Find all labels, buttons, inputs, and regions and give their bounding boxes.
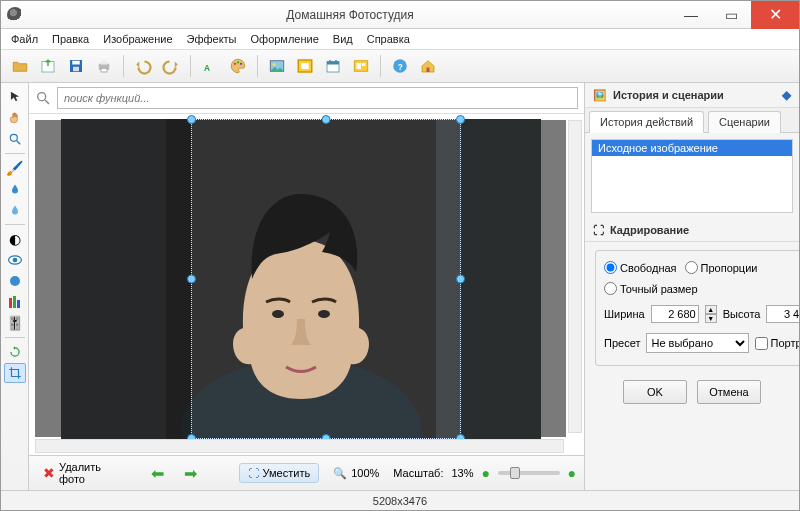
home-icon[interactable] xyxy=(415,53,441,79)
palette-icon[interactable] xyxy=(225,53,251,79)
radio-exact[interactable]: Точный размер xyxy=(604,282,698,295)
scale-label: Масштаб: xyxy=(393,467,443,479)
close-button[interactable]: ✕ xyxy=(751,1,799,29)
frame-icon[interactable] xyxy=(292,53,318,79)
brush-icon[interactable]: 🖌️ xyxy=(4,158,26,178)
menu-edit[interactable]: Правка xyxy=(46,31,95,47)
scrollbar-horizontal[interactable] xyxy=(35,439,564,453)
print-icon[interactable] xyxy=(91,53,117,79)
zoom-slider[interactable] xyxy=(498,471,560,475)
radio-prop[interactable]: Пропорции xyxy=(685,261,758,274)
width-input[interactable]: 2 680 xyxy=(651,305,699,323)
svg-point-28 xyxy=(12,258,17,263)
status-bar: 5208x3476 xyxy=(1,490,799,510)
next-button[interactable]: ➡ xyxy=(178,461,203,486)
zoom-slider-knob[interactable] xyxy=(510,467,520,479)
height-input[interactable]: 3 407 xyxy=(766,305,800,323)
drop2-icon[interactable] xyxy=(4,200,26,220)
crop-panel: Свободная Пропорции Точный размер Ширина… xyxy=(585,242,799,412)
maximize-button[interactable]: ▭ xyxy=(711,1,751,29)
menu-image[interactable]: Изображение xyxy=(97,31,178,47)
canvas-area xyxy=(29,114,584,456)
status-dimensions: 5208x3476 xyxy=(373,495,427,507)
hand-icon[interactable] xyxy=(4,108,26,128)
menu-view[interactable]: Вид xyxy=(327,31,359,47)
radio-free-input[interactable] xyxy=(604,261,617,274)
menu-effects[interactable]: Эффекты xyxy=(181,31,243,47)
open-icon[interactable] xyxy=(7,53,33,79)
crop-handle-tm[interactable] xyxy=(321,115,330,124)
preset-select[interactable]: Не выбрано xyxy=(646,333,748,353)
ok-button[interactable]: OK xyxy=(623,380,687,404)
menubar: Файл Правка Изображение Эффекты Оформлен… xyxy=(1,29,799,49)
circle-icon[interactable] xyxy=(4,271,26,291)
delete-photo-button[interactable]: ✖ Удалить фото xyxy=(37,458,109,488)
zoom-icon[interactable] xyxy=(4,129,26,149)
export-icon[interactable] xyxy=(35,53,61,79)
width-label: Ширина xyxy=(604,308,645,320)
crop-handle-tl[interactable] xyxy=(187,115,196,124)
zoom-100-button[interactable]: 🔍 100% xyxy=(327,464,385,483)
fit-icon: ⛶ xyxy=(248,467,259,479)
scrollbar-vertical[interactable] xyxy=(568,120,582,433)
undo-icon[interactable] xyxy=(130,53,156,79)
window-title: Домашняя Фотостудия xyxy=(29,8,671,22)
crop-handle-tr[interactable] xyxy=(456,115,465,124)
radio-prop-input[interactable] xyxy=(685,261,698,274)
adjust-icon[interactable]: 🎚️ xyxy=(4,313,26,333)
svg-rect-31 xyxy=(13,296,16,308)
titlebar: Домашняя Фотостудия — ▭ ✕ xyxy=(1,1,799,29)
radio-exact-input[interactable] xyxy=(604,282,617,295)
tab-scenarios[interactable]: Сценарии xyxy=(708,111,781,133)
zoom100-icon: 🔍 xyxy=(333,467,347,480)
menu-help[interactable]: Справка xyxy=(361,31,416,47)
text-icon[interactable]: A xyxy=(197,53,223,79)
crop-handle-mr[interactable] xyxy=(456,274,465,283)
width-spin-buttons[interactable]: ▲▼ xyxy=(705,305,717,323)
picture-icon[interactable] xyxy=(264,53,290,79)
zoom-in-icon[interactable]: ● xyxy=(568,465,576,481)
arrow-left-icon: ⬅ xyxy=(151,464,164,483)
minimize-button[interactable]: — xyxy=(671,1,711,29)
svg-text:A: A xyxy=(204,64,210,73)
crop-fieldset: Свободная Пропорции Точный размер Ширина… xyxy=(595,250,800,366)
collapse-icon[interactable]: ◆ xyxy=(782,88,791,102)
history-tabs: История действий Сценарии xyxy=(585,108,799,133)
prev-button[interactable]: ⬅ xyxy=(145,461,170,486)
contrast-icon[interactable]: ◐ xyxy=(4,229,26,249)
levels-icon[interactable] xyxy=(4,292,26,312)
history-list[interactable]: Исходное изображение xyxy=(591,139,793,213)
tab-history[interactable]: История действий xyxy=(589,111,704,133)
cancel-button[interactable]: Отмена xyxy=(697,380,761,404)
save-icon[interactable] xyxy=(63,53,89,79)
eye-icon[interactable] xyxy=(4,250,26,270)
redo-icon[interactable] xyxy=(158,53,184,79)
canvas-background[interactable] xyxy=(35,120,566,437)
rotate-icon[interactable] xyxy=(4,342,26,362)
drop-icon[interactable] xyxy=(4,179,26,199)
portrait-checkbox[interactable]: Портретные xyxy=(755,337,800,350)
crop-section-icon: ⛶ xyxy=(593,224,604,236)
svg-rect-6 xyxy=(101,68,107,72)
menu-file[interactable]: Файл xyxy=(5,31,44,47)
crop-section-title: Кадрирование xyxy=(610,224,689,236)
help-icon[interactable]: ? xyxy=(387,53,413,79)
fit-button[interactable]: ⛶ Уместить xyxy=(239,463,320,483)
svg-line-26 xyxy=(16,141,20,145)
calendar-icon[interactable] xyxy=(320,53,346,79)
zoom-out-icon[interactable]: ● xyxy=(481,465,489,481)
collage-icon[interactable] xyxy=(348,53,374,79)
crop-icon[interactable] xyxy=(4,363,26,383)
history-icon: 🖼️ xyxy=(593,89,607,102)
search-input[interactable] xyxy=(57,87,578,109)
crop-handle-ml[interactable] xyxy=(187,274,196,283)
search-icon xyxy=(35,90,51,106)
portrait-checkbox-input[interactable] xyxy=(755,337,768,350)
radio-free[interactable]: Свободная xyxy=(604,261,677,274)
history-item-original[interactable]: Исходное изображение xyxy=(592,140,792,156)
svg-rect-5 xyxy=(101,61,107,65)
photo-wrap[interactable] xyxy=(61,119,541,439)
crop-rect[interactable] xyxy=(191,119,461,439)
pointer-icon[interactable] xyxy=(4,87,26,107)
menu-decor[interactable]: Оформление xyxy=(245,31,325,47)
